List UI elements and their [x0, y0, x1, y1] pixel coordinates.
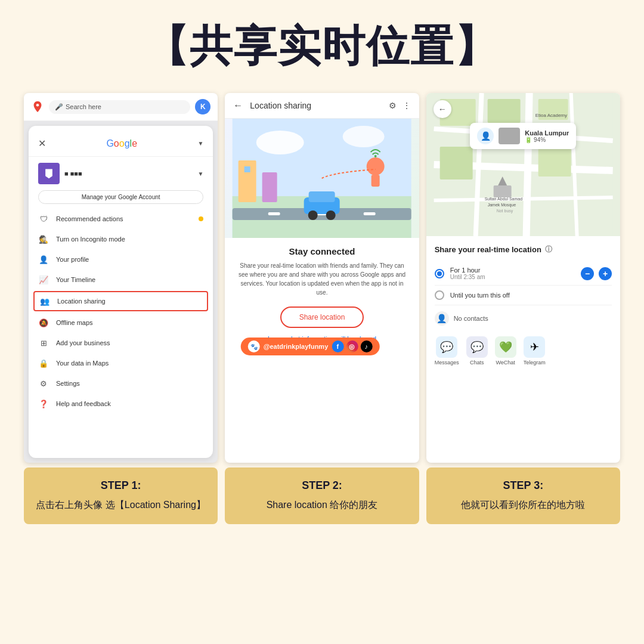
title-section: 【共享实时位置】	[24, 18, 620, 75]
search-text: Search here	[66, 103, 101, 110]
svg-text:Etioa Academy: Etioa Academy	[535, 113, 566, 118]
option-1-hour[interactable]: For 1 hour Until 2:35 am − +	[435, 262, 612, 286]
svg-point-2	[256, 131, 304, 154]
business-icon: ⊞	[38, 338, 49, 348]
map-area: Etioa Academy Sultan Abdul Samad Jamek M…	[426, 93, 620, 236]
messages-label: Messages	[435, 360, 459, 366]
shield-icon: 🛡	[38, 213, 49, 224]
telegram-app[interactable]: ✈ Telegram	[524, 336, 546, 366]
timeline-icon: 📈	[38, 274, 49, 285]
svg-text:Not busy: Not busy	[496, 209, 513, 213]
screenshot-2: ← Location sharing ⚙ ⋮	[225, 93, 419, 463]
menu-item-data[interactable]: 🔒 Your data in Maps	[29, 353, 213, 373]
realtime-title: Share your real-time location ⓘ	[435, 244, 612, 255]
svg-point-0	[36, 104, 39, 107]
svg-rect-36	[493, 185, 511, 197]
menu-overlay: ✕ Google ▼ ■ ■■■ ▼ Manage your Googl	[29, 126, 213, 458]
menu-item-timeline[interactable]: 📈 Your Timeline	[29, 270, 213, 290]
back-arrow-icon[interactable]: ←	[233, 100, 243, 111]
screenshot-1: 🎤 Search here K ✕ Google ▼	[24, 93, 218, 463]
step-3-desc: 他就可以看到你所在的地方啦	[436, 498, 611, 512]
svg-rect-17	[371, 175, 380, 187]
menu-item-incognito[interactable]: 🕵 Turn on Incognito mode	[29, 229, 213, 249]
option-indefinite[interactable]: Until you turn this off	[435, 286, 612, 305]
screen3-content: Share your real-time location ⓘ For 1 ho…	[426, 236, 620, 463]
menu-item-add-business[interactable]: ⊞ Add your business	[29, 333, 213, 353]
settings-icon: ⚙	[38, 378, 49, 389]
page-container: 【共享实时位置】 🎤 Search here K ✕ G	[0, 0, 644, 644]
step-2-desc: Share location 给你的朋友	[234, 498, 409, 512]
telegram-label: Telegram	[524, 360, 546, 366]
maps-logo-icon	[31, 100, 44, 113]
location-info: Kuala Lumpur 🔋 94%	[525, 129, 569, 143]
stay-connected-illustration	[225, 119, 419, 238]
wechat-app[interactable]: 💚 WeChat	[495, 336, 516, 366]
user-name: ■ ■■■	[64, 170, 82, 177]
option2-text: Until you turn this off	[450, 292, 612, 299]
search-bar[interactable]: 🎤 Search here	[49, 100, 190, 114]
step-2-card: STEP 2: Share location 给你的朋友	[225, 467, 419, 524]
brand-icon: 🐾	[248, 340, 260, 352]
description-text: Share your real-time location with frien…	[234, 261, 409, 297]
svg-rect-27	[487, 99, 520, 123]
dropdown-icon: ▼	[197, 140, 203, 147]
more-options-icon[interactable]: ⋮	[402, 101, 411, 110]
option-text: For 1 hour Until 2:35 am	[450, 267, 581, 280]
decrease-btn[interactable]: −	[581, 267, 594, 280]
svg-rect-29	[439, 147, 472, 179]
info-icon: ⓘ	[545, 244, 552, 255]
warning-indicator	[199, 216, 203, 221]
messages-app[interactable]: 💬 Messages	[435, 336, 459, 366]
svg-text:Sultan Abdul Samad: Sultan Abdul Samad	[484, 197, 522, 201]
no-contacts-row: 👤 No contacts	[435, 305, 612, 332]
menu-item-settings[interactable]: ⚙ Settings	[29, 373, 213, 394]
increase-btn[interactable]: +	[599, 267, 612, 280]
app-icons-row: 💬 Messages 💬 Chats 💚 WeChat ✈ Telegram	[435, 332, 612, 370]
menu-item-recommended[interactable]: 🛡 Recommended actions	[29, 209, 213, 229]
map-back-btn[interactable]: ←	[434, 100, 451, 118]
close-icon[interactable]: ✕	[38, 138, 46, 149]
settings-gear-icon[interactable]: ⚙	[389, 101, 397, 110]
mic-icon: 🎤	[55, 103, 63, 111]
user-avatar[interactable]: K	[195, 99, 210, 114]
svg-point-3	[343, 126, 385, 147]
step-1-card: STEP 1: 点击右上角头像 选【Location Sharing】	[24, 467, 218, 524]
screen2-header: ← Location sharing ⚙ ⋮	[225, 93, 419, 119]
manage-account-btn[interactable]: Manage your Google Account	[38, 190, 203, 204]
chats-app[interactable]: 💬 Chats	[466, 336, 488, 366]
user-profile-icon	[43, 168, 55, 179]
radio-selected	[435, 269, 444, 278]
svg-point-16	[367, 157, 385, 175]
step-1-desc: 点击右上角头像 选【Location Sharing】	[33, 498, 208, 512]
menu-item-offline-maps[interactable]: 🔕 Offline maps	[29, 312, 213, 333]
watermark-badge: 🐾 @eatdrinkplayfunmy f ◎ ♪	[241, 338, 380, 355]
data-icon: 🔒	[38, 358, 49, 369]
wechat-label: WeChat	[496, 360, 515, 366]
svg-point-11	[308, 210, 318, 220]
menu-header: ✕ Google ▼	[29, 133, 213, 157]
menu-item-location-sharing[interactable]: 👥 Location sharing	[33, 291, 208, 311]
screenshots-container: 🎤 Search here K ✕ Google ▼	[24, 93, 620, 463]
facebook-icon: f	[332, 340, 343, 352]
svg-rect-30	[538, 147, 571, 177]
wechat-icon: 💚	[495, 336, 516, 358]
no-contacts-text: No contacts	[454, 315, 488, 322]
menu-item-help[interactable]: ❓ Help and feedback	[29, 394, 213, 414]
option2-main-text: Until you turn this off	[450, 292, 612, 299]
svg-rect-6	[268, 212, 280, 215]
person-map-icon: 👤	[477, 128, 494, 144]
share-location-btn[interactable]: Share location	[280, 306, 364, 328]
chats-label: Chats	[470, 360, 484, 366]
screen2-action-icons: ⚙ ⋮	[389, 101, 411, 110]
chats-icon: 💬	[466, 336, 488, 358]
location-card: 👤 Kuala Lumpur 🔋 94%	[470, 123, 576, 149]
person-icon: 👤	[38, 254, 49, 265]
menu-item-profile[interactable]: 👤 Your profile	[29, 249, 213, 270]
radio-empty	[435, 290, 444, 300]
location-sharing-icon: 👥	[39, 296, 50, 306]
radio-dot	[437, 271, 442, 276]
user-photo	[499, 128, 520, 144]
top-bar: 🎤 Search here K	[24, 93, 218, 121]
messages-icon: 💬	[436, 336, 457, 358]
location-name: Kuala Lumpur	[525, 129, 569, 137]
